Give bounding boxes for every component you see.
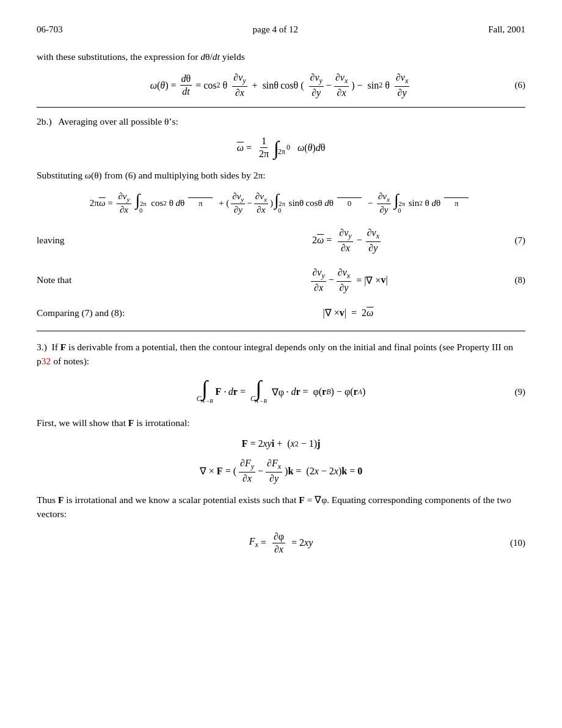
equation-9: ∫ CA→B F ⋅ dr = ∫ CA→B ∇φ ⋅ dr = φ(rB) −… <box>37 380 525 405</box>
comparing-result: |∇ × v| = 2ω <box>171 307 525 318</box>
eq7-content: 2ω = ∂vy ∂x − ∂vx ∂y (7) <box>171 227 525 254</box>
curl-F-eq: ∇ × F = ( ∂Fy ∂x − ∂Fx ∂y ) k = (2x − 2x… <box>37 458 525 484</box>
course-number: 06-703 <box>37 24 63 35</box>
eq-num-10: (10) <box>510 538 525 548</box>
page-number: page 4 of 12 <box>253 24 299 35</box>
section-3: 3.) If F is derivable from a potential, … <box>37 340 525 555</box>
comparing-label: Comparing (7) and (8): <box>37 307 171 318</box>
omega-bar-eq: ω = 1 2π ∫ 2π 0 ω(θ)dθ <box>37 136 525 160</box>
eq-num-8: (8) <box>515 275 526 285</box>
page-header: 06-703 page 4 of 12 Fall, 2001 <box>37 24 525 35</box>
leaving-equation: leaving 2ω = ∂vy ∂x − ∂vx ∂y (7) <box>37 227 525 254</box>
note-label: Note that <box>37 274 171 285</box>
thus-text: Thus F is irrotational and we know a sca… <box>37 493 525 521</box>
note-equation: Note that ∂vy ∂x − ∂vx ∂y = |∇ × v| (8) <box>37 267 525 293</box>
eq-num-6: (6) <box>515 80 526 90</box>
comparing-equation: Comparing (7) and (8): |∇ × v| = 2ω <box>37 307 525 318</box>
divider-2 <box>37 331 525 331</box>
equation-10: Fx = ∂φ ∂x = 2xy (10) <box>37 531 525 555</box>
semester: Fall, 2001 <box>488 24 525 35</box>
eq-num-7: (7) <box>515 235 526 246</box>
section-2b: 2b.) Averaging over all possible θ’s: ω … <box>37 116 525 215</box>
section-2b-label: 2b.) Averaging over all possible θ’s: <box>37 116 525 127</box>
eq-num-9: (9) <box>515 387 526 397</box>
intro-text: with these substitutions, the expression… <box>37 50 525 64</box>
eq8-content: ∂vy ∂x − ∂vx ∂y = |∇ × v| (8) <box>171 267 525 293</box>
F-vector-eq: F = 2xyi + (x2 − 1)j <box>37 438 525 449</box>
long-eq: 2πω = ∂vy ∂x ∫ 2π 0 cos2 θ dθ π + ( <box>37 191 525 215</box>
section-3-text: 3.) If F is derivable from a potential, … <box>37 340 525 369</box>
leaving-label: leaving <box>37 235 171 246</box>
substituting-text: Substituting ω(θ) from (6) and multiplyi… <box>37 168 525 182</box>
equation-6: ω(θ) = dθ dt = cos2 θ ∂vy ∂x + sinθ cosθ… <box>37 72 525 98</box>
irrotational-text: First, we will show that F is irrotation… <box>37 416 525 430</box>
divider-1 <box>37 107 525 108</box>
